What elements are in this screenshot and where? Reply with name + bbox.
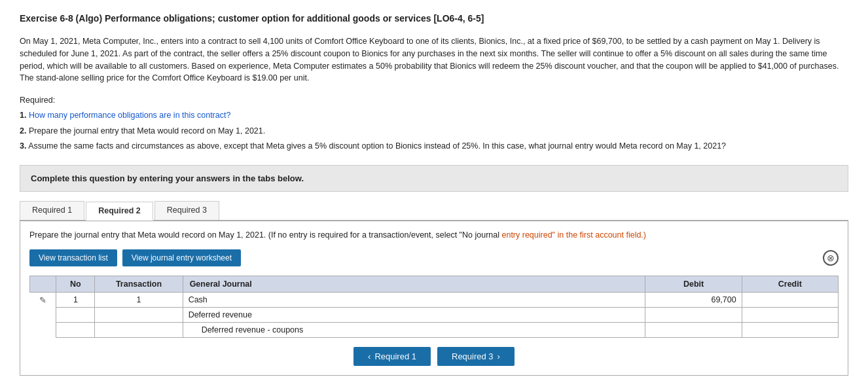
row-debit-1: 69,700 — [645, 292, 742, 308]
edit-cell-2 — [30, 308, 56, 323]
row-no-3 — [56, 323, 95, 338]
row-credit-1 — [742, 292, 838, 308]
nav-buttons: Required 1 Required 3 — [29, 347, 839, 366]
view-transaction-list-button[interactable]: View transaction list — [29, 249, 117, 266]
complete-box: Complete this question by entering your … — [20, 165, 848, 192]
table-row: Deferred revenue — [30, 308, 839, 323]
prev-button[interactable]: Required 1 — [353, 347, 431, 366]
row-trans-3 — [95, 323, 183, 338]
required-item-3: 3. Assume the same facts and circumstanc… — [20, 139, 848, 153]
row-account-2: Deferred revenue — [183, 308, 645, 323]
exercise-description: On May 1, 2021, Meta Computer, Inc., ent… — [20, 35, 848, 84]
required-label: Required: — [20, 94, 848, 107]
next-button[interactable]: Required 3 — [437, 347, 515, 366]
required-section: Required: 1. How many performance obliga… — [20, 94, 848, 153]
col-header-credit: Credit — [742, 276, 838, 292]
tab-required-3[interactable]: Required 3 — [154, 201, 219, 220]
tab-required-2[interactable]: Required 2 — [86, 202, 153, 221]
tab-required-1[interactable]: Required 1 — [20, 201, 84, 220]
tabs-container: Required 1 Required 2 Required 3 — [20, 201, 848, 221]
col-header-no-num: No — [56, 276, 95, 292]
instruction-text: Prepare the journal entry that Meta woul… — [29, 229, 839, 242]
col-header-no — [30, 276, 56, 292]
exercise-title: Exercise 6-8 (Algo) Performance obligati… — [20, 13, 848, 24]
table-row: Deferred revenue - coupons — [30, 323, 839, 338]
row-credit-2 — [742, 308, 838, 323]
col-header-debit: Debit — [645, 276, 742, 292]
row-account-3: Deferred revenue - coupons — [183, 323, 645, 338]
edit-cell-3 — [30, 323, 56, 338]
row-credit-3 — [742, 323, 838, 338]
edit-cell-1[interactable]: ✎ — [30, 292, 56, 308]
content-panel: Prepare the journal entry that Meta woul… — [20, 221, 848, 376]
edit-icon-1[interactable]: ✎ — [39, 295, 46, 305]
close-icon[interactable]: ⊗ — [823, 250, 839, 266]
toolbar: View transaction list View journal entry… — [29, 249, 839, 266]
required-item-1: 1. How many performance obligations are … — [20, 109, 848, 122]
row-debit-3 — [645, 323, 742, 338]
journal-table: No Transaction General Journal Debit Cre… — [29, 276, 839, 338]
row-trans-1: 1 — [95, 292, 183, 308]
row-account-1: Cash — [183, 292, 645, 308]
col-header-general-journal: General Journal — [183, 276, 645, 292]
row-debit-2 — [645, 308, 742, 323]
view-journal-entry-worksheet-button[interactable]: View journal entry worksheet — [122, 249, 241, 266]
row-trans-2 — [95, 308, 183, 323]
row-no-1: 1 — [56, 292, 95, 308]
table-row: ✎ 1 1 Cash 69,700 — [30, 292, 839, 308]
required-item-2: 2. Prepare the journal entry that Meta w… — [20, 124, 848, 138]
col-header-transaction: Transaction — [95, 276, 183, 292]
row-no-2 — [56, 308, 95, 323]
